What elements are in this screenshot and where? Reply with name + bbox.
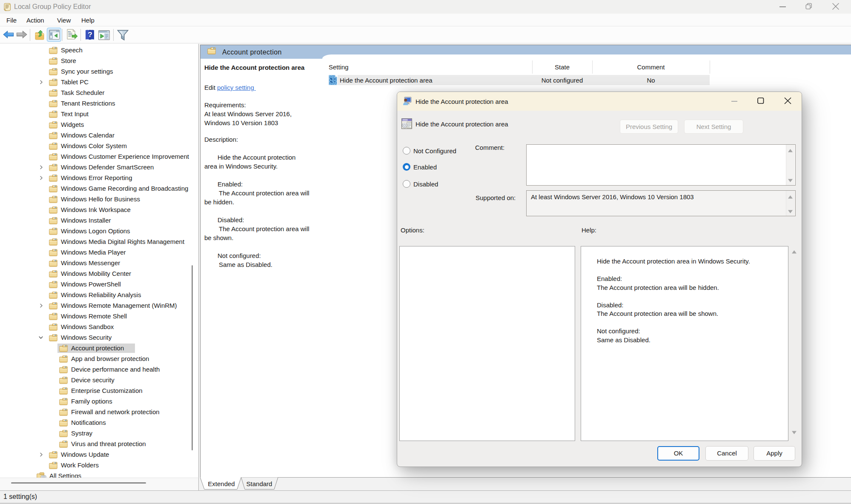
svg-text:?: ? (88, 31, 92, 39)
svg-text:Standard: Standard (246, 480, 272, 487)
svg-text:Extended: Extended (208, 480, 235, 487)
